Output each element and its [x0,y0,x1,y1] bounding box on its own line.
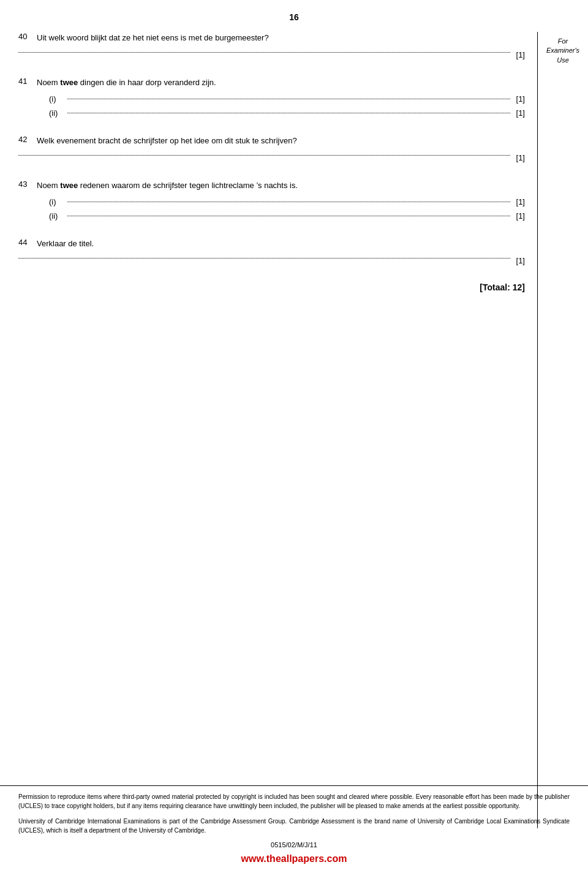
question-block-41: 41 Noem twee dingen die in haar dorp ver… [18,77,525,118]
question-row-42: 42 Welk evenement bracht de schrijfster … [18,135,525,147]
question-row-43: 43 Noem twee redenen waarom de schrijfst… [18,180,525,192]
answer-line-44: [1] [18,256,525,265]
answer-lines-43: (i) [1] (ii) [1] [18,197,525,221]
question-row-41: 41 Noem twee dingen die in haar dorp ver… [18,77,525,89]
answer-line-41-ii: (ii) [1] [37,108,525,118]
mark-42: [1] [516,153,525,162]
question-number-42: 42 [18,135,37,144]
main-content: 40 Uit welk woord blijkt dat ze het niet… [0,32,588,828]
answer-line-42: [1] [18,153,525,162]
answer-line-40: [1] [18,50,525,59]
footer-code: 0515/02/M/J/11 [18,841,570,848]
question-number-41: 41 [18,77,37,86]
mark-43-ii: [1] [516,211,525,221]
sub-label-43-ii: (ii) [37,211,67,221]
dotted-line-41-i [67,99,510,99]
totaal-label: [Totaal: 12] [480,282,525,292]
question-row-40: 40 Uit welk woord blijkt dat ze het niet… [18,32,525,44]
mark-44: [1] [516,256,525,265]
page-number: 16 [0,12,588,22]
dotted-line-42 [18,155,510,156]
question-text-43: Noem twee redenen waarom de schrijfster … [37,180,525,192]
question-text-40: Uit welk woord blijkt dat ze het niet ee… [37,32,525,44]
sub-label-41-i: (i) [37,94,67,104]
answer-line-41-i: (i) [1] [37,94,525,104]
sub-label-43-i: (i) [37,197,67,206]
page-wrapper: 16 40 Uit welk woord blijkt dat ze het n… [0,0,588,873]
question-block-43: 43 Noem twee redenen waarom de schrijfst… [18,180,525,221]
question-block-44: 44 Verklaar de titel. [1] [18,238,525,265]
footer-section: Permission to reproduce items where thir… [0,785,588,873]
question-block-40: 40 Uit welk woord blijkt dat ze het niet… [18,32,525,59]
question-number-43: 43 [18,180,37,189]
dotted-line-43-ii [67,216,510,216]
mark-43-i: [1] [516,197,525,206]
mark-40: [1] [516,50,525,59]
dotted-line-40 [18,52,510,53]
answer-line-43-ii: (ii) [1] [37,211,525,221]
examiner-title: For Examiner's Use [541,37,584,65]
question-number-40: 40 [18,32,37,41]
question-text-44: Verklaar de titel. [37,238,525,250]
totaal-row: [Totaal: 12] [18,282,525,292]
footer-website: www.theallpapers.com [18,853,570,864]
mark-41-i: [1] [516,94,525,104]
question-row-44: 44 Verklaar de titel. [18,238,525,250]
question-block-42: 42 Welk evenement bracht de schrijfster … [18,135,525,162]
question-number-44: 44 [18,238,37,247]
mark-41-ii: [1] [516,108,525,118]
dotted-line-44 [18,258,510,259]
footer-ucles: University of Cambridge International Ex… [18,817,570,835]
question-text-42: Welk evenement bracht de schrijfster op … [37,135,525,147]
sub-label-41-ii: (ii) [37,108,67,118]
dotted-line-43-i [67,202,510,202]
examiner-sidebar: For Examiner's Use [537,32,588,828]
dotted-line-41-ii [67,113,510,113]
answer-lines-41: (i) [1] (ii) [1] [18,94,525,118]
questions-area: 40 Uit welk woord blijkt dat ze het niet… [0,32,537,828]
question-text-41: Noem twee dingen die in haar dorp verand… [37,77,525,89]
footer-copyright: Permission to reproduce items where thir… [18,792,570,811]
answer-line-43-i: (i) [1] [37,197,525,206]
